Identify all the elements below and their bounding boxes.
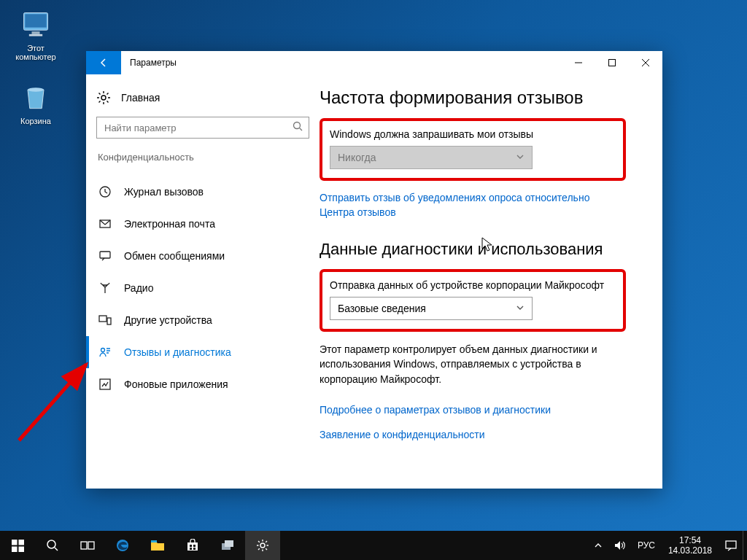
svg-point-4	[28, 88, 44, 92]
nav-label: Фоновые приложения	[124, 378, 228, 390]
content-panel: Частота формирования отзывов Windows дол…	[312, 74, 662, 489]
svg-rect-18	[18, 540, 24, 545]
svg-point-34	[260, 543, 265, 548]
more-about-feedback-link[interactable]: Подробнее о параметрах отзывов и диагнос…	[320, 404, 642, 416]
feedback-label: Windows должна запрашивать мои отзывы	[330, 128, 616, 140]
diagnostics-label: Отправка данных об устройстве корпорации…	[330, 279, 616, 291]
radio-icon	[98, 281, 112, 295]
gear-icon	[96, 90, 111, 105]
nav-label: Другие устройства	[124, 314, 212, 326]
annotation-arrow	[13, 359, 93, 446]
svg-rect-31	[193, 548, 196, 550]
svg-rect-24	[88, 542, 94, 549]
maximize-button[interactable]	[595, 51, 629, 74]
chevron-down-icon	[516, 152, 525, 163]
devices-icon	[98, 313, 112, 327]
clock-time: 17:54	[668, 535, 712, 545]
nav-email[interactable]: Электронная почта	[96, 208, 312, 240]
taskbar: РУС 17:54 14.03.2018	[0, 531, 747, 560]
search-button[interactable]	[35, 531, 70, 560]
desktop-icon-this-pc[interactable]: Этот компьютер	[7, 9, 64, 61]
svg-point-21	[47, 540, 55, 548]
minimize-button[interactable]	[562, 51, 595, 74]
svg-rect-27	[187, 542, 198, 551]
action-center-button[interactable]	[719, 531, 743, 560]
svg-rect-6	[609, 60, 616, 66]
background-apps-icon	[98, 377, 112, 392]
close-button[interactable]	[629, 51, 662, 74]
svg-line-9	[300, 128, 303, 131]
svg-rect-1	[25, 14, 46, 27]
chevron-down-icon	[516, 303, 525, 314]
svg-point-8	[294, 122, 301, 129]
monitor-icon	[20, 9, 52, 41]
nav-messaging[interactable]: Обмен сообщениями	[96, 240, 312, 272]
show-desktop-button[interactable]	[743, 531, 747, 560]
svg-rect-2	[32, 31, 40, 34]
nav-call-history[interactable]: Журнал вызовов	[96, 176, 312, 208]
svg-rect-13	[99, 316, 107, 322]
nav-label: Электронная почта	[124, 218, 215, 230]
desktop-icon-label: Корзина	[7, 117, 64, 125]
feedback-frequency-dropdown[interactable]: Никогда	[330, 146, 533, 169]
search-input[interactable]	[96, 117, 309, 139]
desktop-icon-label: Этот компьютер	[7, 44, 64, 61]
tray-chevron-button[interactable]	[588, 531, 608, 560]
svg-point-7	[101, 96, 106, 100]
svg-rect-20	[18, 546, 24, 552]
svg-rect-12	[100, 252, 110, 258]
svg-rect-29	[193, 545, 196, 547]
svg-rect-33	[225, 540, 233, 547]
privacy-statement-link[interactable]: Заявление о конфиденциальности	[320, 429, 642, 440]
clock-date: 14.03.2018	[668, 545, 712, 556]
back-button[interactable]	[86, 51, 121, 74]
tray-volume-button[interactable]	[608, 531, 632, 560]
titlebar: Параметры	[86, 51, 662, 74]
diagnostics-data-dropdown[interactable]: Базовые сведения	[330, 297, 533, 320]
desktop-icon-recycle-bin[interactable]: Корзина	[7, 82, 64, 125]
search-field[interactable]	[97, 122, 287, 133]
taskbar-store-button[interactable]	[175, 531, 210, 560]
svg-rect-30	[190, 548, 192, 550]
svg-rect-23	[81, 542, 87, 549]
svg-rect-19	[12, 546, 18, 552]
nav-other-devices[interactable]: Другие устройства	[96, 304, 312, 336]
home-label: Главная	[121, 92, 160, 104]
heading-feedback-frequency: Частота формирования отзывов	[320, 88, 642, 108]
diagnostics-description: Этот параметр контролирует объем данных …	[320, 342, 626, 386]
taskbar-app-button[interactable]	[210, 531, 245, 560]
tray-clock[interactable]: 17:54 14.03.2018	[661, 535, 719, 556]
taskbar-explorer-button[interactable]	[140, 531, 175, 560]
svg-rect-14	[107, 318, 111, 324]
start-button[interactable]	[0, 531, 35, 560]
nav-radio[interactable]: Радио	[96, 272, 312, 304]
tray-language-button[interactable]: РУС	[632, 531, 661, 560]
group-label: Конфиденциальность	[98, 152, 312, 163]
home-button[interactable]: Главная	[96, 83, 312, 112]
feedback-icon	[98, 345, 112, 359]
svg-rect-17	[12, 540, 18, 545]
search-icon	[287, 121, 309, 134]
taskbar-settings-button[interactable]	[245, 531, 280, 560]
nav-label: Отзывы и диагностика	[124, 346, 231, 358]
window-title: Параметры	[121, 58, 562, 68]
svg-rect-28	[190, 545, 192, 547]
highlight-diagnostics: Отправка данных об устройстве корпорации…	[320, 269, 626, 332]
svg-rect-35	[726, 541, 736, 548]
nav-label: Обмен сообщениями	[124, 250, 225, 262]
recycle-bin-icon	[20, 82, 52, 114]
svg-rect-3	[29, 34, 42, 36]
nav-label: Радио	[124, 282, 153, 294]
nav-background-apps[interactable]: Фоновые приложения	[96, 368, 312, 400]
svg-point-15	[101, 349, 105, 352]
nav-feedback-diagnostics[interactable]: Отзывы и диагностика	[96, 336, 312, 368]
history-icon	[98, 184, 112, 199]
settings-window: Параметры Главная Конфиденциальность Жу	[86, 51, 662, 489]
svg-rect-26	[151, 540, 157, 542]
dropdown-value: Базовые сведения	[338, 303, 426, 314]
task-view-button[interactable]	[70, 531, 105, 560]
highlight-feedback: Windows должна запрашивать мои отзывы Ни…	[320, 118, 626, 181]
taskbar-edge-button[interactable]	[105, 531, 140, 560]
send-feedback-link[interactable]: Отправить отзыв об уведомлениях опроса о…	[320, 191, 619, 219]
messaging-icon	[98, 249, 112, 263]
